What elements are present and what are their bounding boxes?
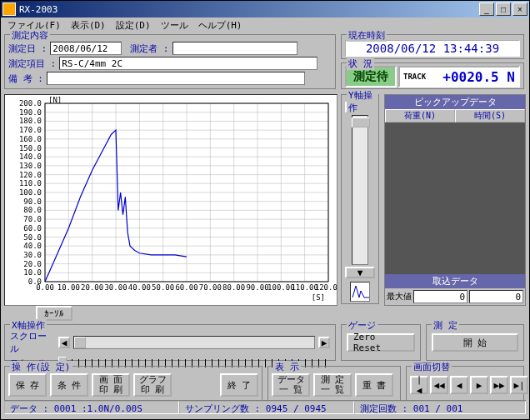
current-time-title: 現在時刻: [347, 29, 387, 42]
svg-text:130.0: 130.0: [19, 162, 42, 170]
xaxis-ops-title: X軸操作: [10, 319, 47, 332]
pickup-col-load: 荷重(N): [385, 109, 455, 122]
window-title: RX-2003: [19, 4, 58, 15]
load-time-chart: 0.010.020.030.040.050.060.070.080.090.01…: [5, 95, 337, 305]
svg-text:10.00: 10.00: [58, 283, 80, 292]
print-graph-button[interactable]: グラフ 印 刷: [133, 373, 172, 397]
svg-text:200.0: 200.0: [19, 99, 42, 108]
menu-view[interactable]: 表示(D): [68, 19, 109, 32]
svg-text:50.0: 50.0: [23, 233, 42, 242]
menu-settings[interactable]: 設定(D): [112, 19, 154, 32]
operator-label: 測定者 :: [130, 42, 168, 55]
current-time-value: 2008/06/12 13:44:39: [345, 40, 520, 57]
svg-text:110.0: 110.0: [19, 179, 42, 188]
yaxis-wave-preview: [350, 282, 370, 302]
item-field[interactable]: RS-C/4mm 2C: [59, 57, 318, 70]
svg-text:80.0: 80.0: [23, 206, 42, 214]
svg-text:160.0: 160.0: [19, 135, 42, 143]
svg-text:100.0: 100.0: [19, 188, 42, 197]
max-value-2: 0: [469, 290, 523, 303]
scroll-label: スクロール: [10, 330, 55, 355]
svg-text:70.00: 70.00: [199, 283, 222, 292]
next-button[interactable]: ▶: [470, 376, 488, 394]
scroll-left-button[interactable]: ◀: [58, 337, 70, 348]
gauge-title: ゲージ: [347, 319, 378, 332]
status-data: データ : 0001 :1.0N/0.00S: [4, 401, 179, 414]
track-label: TRACK: [403, 72, 426, 81]
pickup-title: ピックアップデータ: [385, 95, 525, 109]
print-screen-button[interactable]: 画 面 印 刷: [92, 373, 130, 397]
svg-text:150.0: 150.0: [19, 144, 42, 152]
scroll-track[interactable]: [73, 336, 315, 349]
menu-bar: ファイル(F) 表示(D) 設定(D) ツール ヘルプ(H): [1, 18, 529, 32]
svg-text:120.0: 120.0: [19, 171, 42, 179]
svg-text:80.00: 80.00: [222, 283, 245, 292]
svg-text:170.0: 170.0: [19, 126, 42, 134]
menu-help[interactable]: ヘルプ(H): [195, 19, 246, 32]
overlay-button[interactable]: 重 書: [355, 373, 393, 397]
meas-content-title: 測定内容: [10, 29, 50, 42]
measure-title: 測 定: [432, 319, 459, 332]
svg-text:90.00: 90.00: [246, 283, 268, 292]
svg-text:120.00: 120.00: [315, 283, 337, 292]
svg-text:[S]: [S]: [312, 293, 325, 302]
svg-text:10.0: 10.0: [23, 268, 42, 277]
import-title: 取込データ: [385, 274, 525, 288]
condition-button[interactable]: 条 件: [50, 373, 88, 397]
svg-text:20.0: 20.0: [23, 260, 42, 268]
data-list-button[interactable]: データ 一 覧: [272, 373, 310, 397]
operator-field[interactable]: [172, 42, 298, 55]
chart-panel: 0.010.020.030.040.050.060.070.080.090.01…: [4, 94, 338, 306]
prev-button[interactable]: ◀: [450, 376, 468, 394]
svg-text:40.0: 40.0: [23, 242, 42, 250]
svg-text:60.0: 60.0: [23, 224, 42, 232]
display-title: 表 示: [273, 361, 301, 373]
svg-text:0.00: 0.00: [36, 283, 54, 292]
pickup-col-time: 時間(S): [455, 109, 525, 122]
screen-switch-title: 画面切替: [412, 361, 452, 373]
svg-text:30.0: 30.0: [23, 251, 42, 259]
yaxis-slider-track[interactable]: [352, 115, 368, 265]
svg-text:90.0: 90.0: [23, 198, 42, 206]
svg-text:30.00: 30.00: [104, 283, 127, 292]
max-label: 最大値: [387, 291, 412, 302]
zero-reset-button[interactable]: Zero Reset: [347, 333, 415, 352]
last-button[interactable]: ▶|: [510, 376, 528, 394]
meas-list-button[interactable]: 測 定 一 覧: [313, 373, 352, 397]
scroll-thumb[interactable]: [74, 337, 86, 348]
app-icon: [2, 2, 16, 16]
svg-text:60.00: 60.00: [175, 283, 198, 292]
svg-text:70.0: 70.0: [23, 215, 42, 223]
first-button[interactable]: |◀: [410, 376, 428, 394]
end-button[interactable]: 終 了: [220, 373, 258, 397]
status-sampling: サンプリング数 : 0945 / 0945: [179, 401, 354, 414]
forward-button[interactable]: ▶▶: [490, 376, 508, 394]
status-count: 測定回数 : 001 / 001: [354, 401, 526, 414]
remark-field[interactable]: [47, 72, 305, 85]
date-label: 測定日 :: [8, 42, 47, 55]
pickup-list[interactable]: [385, 122, 525, 274]
svg-text:180.0: 180.0: [19, 117, 42, 125]
svg-text:40.00: 40.00: [128, 283, 151, 292]
maximize-button[interactable]: □: [496, 2, 511, 16]
yaxis-slider-thumb[interactable]: [352, 118, 370, 128]
svg-text:190.0: 190.0: [19, 108, 42, 117]
close-button[interactable]: ×: [512, 2, 528, 16]
scroll-right-button[interactable]: ▶: [318, 337, 330, 348]
svg-text:[N]: [N]: [48, 96, 62, 104]
status-bar: データ : 0001 :1.0N/0.00S サンプリング数 : 0945 / …: [4, 400, 526, 416]
item-label: 測定項目 :: [8, 58, 56, 70]
remark-label: 備 考 :: [8, 72, 43, 85]
ops-title: 操 作(設 定): [10, 361, 72, 373]
minimize-button[interactable]: _: [479, 2, 494, 16]
menu-tool[interactable]: ツール: [158, 19, 192, 32]
svg-text:50.00: 50.00: [152, 283, 174, 292]
rewind-button[interactable]: ◀◀: [430, 376, 448, 394]
start-button[interactable]: 開 始: [432, 333, 518, 352]
track-value: +0020.5 N: [442, 69, 515, 85]
date-field[interactable]: 2008/06/12: [50, 42, 122, 55]
save-button[interactable]: 保 存: [8, 373, 47, 397]
status-title: 状 況: [347, 58, 374, 70]
yaxis-down-button[interactable]: ▼: [345, 267, 375, 278]
yaxis-ops-title: Y軸操作: [347, 89, 378, 114]
